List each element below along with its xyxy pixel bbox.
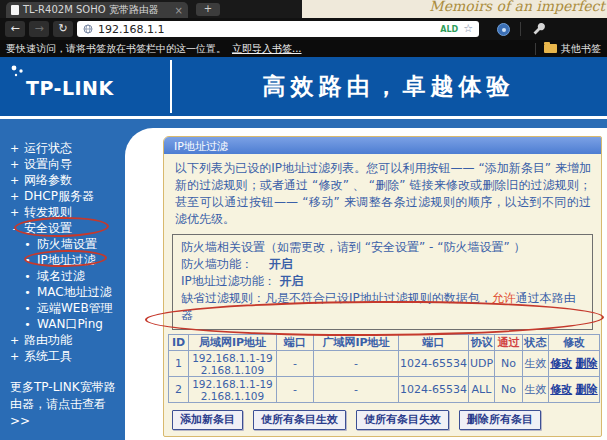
rule-lan-port: -	[277, 351, 314, 377]
firewall-settings-box: 防火墙相关设置（如需更改，请到 “安全设置” - “防火墙设置” ） 防火墙功能…	[172, 234, 593, 330]
sidebar-item-label: WAN口Ping	[37, 316, 103, 333]
bullet-icon: •	[23, 302, 32, 315]
expand-icon: +	[10, 158, 19, 171]
col-lan-ip: 局域网IP地址	[189, 335, 277, 351]
sidebar-item-security-settings[interactable]: -安全设置	[10, 220, 125, 236]
delete-all-button[interactable]: 删除所有条目	[459, 410, 541, 430]
extension-icon[interactable]	[497, 23, 510, 36]
firewall-status-label: 防火墙功能：	[181, 256, 265, 273]
default-rule-highlight: 允许	[492, 291, 516, 305]
page-icon	[11, 5, 19, 15]
table-header-row: ID 局域网IP地址 端口 广域网IP地址 端口 协议 通过 状态 修改	[169, 335, 600, 351]
default-rule-row: 缺省过滤规则：凡是不符合已设IP地址过滤规则的数据包，允许通过本路由器	[181, 290, 584, 324]
sidebar-item-label: 域名过滤	[37, 268, 85, 285]
sidebar-item-label: 路由功能	[24, 332, 72, 349]
browser-tab-strip: Memoirs of an imperfect TL-R402M SOHO 宽带…	[0, 0, 607, 18]
other-bookmarks-button[interactable]: 其他书签	[561, 42, 601, 56]
rule-wan-ip: -	[314, 377, 399, 403]
ip-filter-status-row: IP地址过滤功能： 开启	[181, 273, 584, 290]
firewall-box-title: 防火墙相关设置（如需更改，请到 “安全设置” - “防火墙设置” ）	[181, 239, 584, 256]
ip-filter-status-label: IP地址过滤功能：	[181, 273, 276, 290]
tplink-logo-text: TP-LINK	[26, 77, 114, 99]
sidebar-item-wan-ping[interactable]: •WAN口Ping	[10, 316, 125, 332]
sidebar-item-ip-filter[interactable]: •IP地址过滤	[10, 252, 125, 268]
sidebar-item-running-status[interactable]: +运行状态	[10, 140, 125, 156]
rule-id: 1	[169, 351, 189, 377]
expand-icon: +	[10, 142, 19, 155]
header-slogan: 高效路由，卓越体验	[170, 57, 607, 116]
col-pass: 通过	[495, 335, 523, 351]
col-wan-ip: 广域网IP地址	[314, 335, 399, 351]
delete-link[interactable]: 删除	[576, 383, 598, 396]
sidebar-item-routing[interactable]: +路由功能	[10, 332, 125, 348]
rule-protocol: UDP	[469, 351, 495, 377]
edit-link[interactable]: 修改	[550, 357, 572, 370]
rule-lan-port: -	[277, 377, 314, 403]
sidebar-item-network-params[interactable]: +网络参数	[10, 172, 125, 188]
more-routers-link[interactable]: 更多TP-LINK宽带路由器，请点击查看 >>	[10, 379, 120, 430]
col-protocol: 协议	[469, 335, 495, 351]
edit-link[interactable]: 修改	[550, 383, 572, 396]
rule-pass: No	[495, 377, 523, 403]
expand-icon: +	[10, 206, 19, 219]
bookmarks-bar: 要快速访问，请将书签放在书签栏中的这一位置。 立即导入书签... 其他书签	[0, 40, 607, 57]
sidebar-item-label: 设置向导	[24, 156, 72, 173]
sidebar-item-domain-filter[interactable]: •域名过滤	[10, 268, 125, 284]
sidebar-item-firewall-settings[interactable]: •防火墙设置	[10, 236, 125, 252]
delete-link[interactable]: 删除	[576, 357, 598, 370]
bookmark-star-icon[interactable]: ☆	[463, 24, 473, 34]
enable-all-button[interactable]: 使所有条目生效	[253, 410, 346, 430]
filter-rules-table: ID 局域网IP地址 端口 广域网IP地址 端口 协议 通过 状态 修改 1 1…	[168, 334, 600, 403]
sidebar-item-label: 运行状态	[24, 140, 72, 157]
screen: Memoirs of an imperfect TL-R402M SOHO 宽带…	[0, 0, 607, 440]
forward-button[interactable]: →	[29, 21, 49, 37]
wrench-menu-icon[interactable]	[531, 21, 547, 37]
url-text[interactable]: 192.168.1.1	[98, 23, 435, 36]
expand-icon: +	[10, 350, 19, 363]
back-button[interactable]: ←	[5, 21, 25, 37]
rule-protocol: ALL	[469, 377, 495, 403]
sidebar-item-remote-web[interactable]: •远端WEB管理	[10, 300, 125, 316]
col-modify: 修改	[549, 335, 600, 351]
expand-icon: +	[10, 334, 19, 347]
sidebar-item-dhcp-server[interactable]: +DHCP服务器	[10, 188, 125, 204]
bullet-icon: •	[23, 270, 32, 283]
expand-icon: +	[10, 174, 19, 187]
rule-wan-ip: -	[314, 351, 399, 377]
bookmarks-hint: 要快速访问，请将书签放在书签栏中的这一位置。	[6, 42, 226, 56]
tab-close-icon[interactable]: ×	[175, 5, 183, 16]
address-bar[interactable]: 192.168.1.1 ALD ☆	[77, 21, 479, 37]
rule-status: 生效	[523, 377, 549, 403]
folder-icon	[544, 44, 557, 53]
browser-tab[interactable]: TL-R402M SOHO 宽带路由器 ×	[6, 2, 188, 18]
sidebar-item-mac-filter[interactable]: •MAC地址过滤	[10, 284, 125, 300]
ip-filter-status-value: 开启	[280, 274, 304, 288]
sidebar-item-setup-wizard[interactable]: +设置向导	[10, 156, 125, 172]
bullet-icon: •	[23, 238, 32, 251]
sidebar-item-label: 网络参数	[24, 172, 72, 189]
desktop-wallpaper-text: Memoirs of an imperfect	[429, 0, 605, 14]
sidebar-item-system-tools[interactable]: +系统工具	[10, 348, 125, 364]
bullet-icon: •	[23, 286, 32, 299]
new-tab-button[interactable]: +	[196, 3, 220, 16]
bullet-icon: •	[23, 254, 32, 267]
disable-all-button[interactable]: 使所有条目失效	[356, 410, 449, 430]
rule-lan-ip: 192.168.1.1-192.168.1.109	[189, 351, 277, 377]
browser-toolbar: ← → ↻ 192.168.1.1 ALD ☆	[0, 18, 607, 40]
import-bookmarks-link[interactable]: 立即导入书签...	[232, 42, 302, 56]
main-panel: IP地址过滤 以下列表为已设的IP地址过滤列表。您可以利用按钮—— “添加新条目…	[163, 136, 602, 437]
sidebar-item-label: 防火墙设置	[37, 236, 97, 253]
sidebar-item-forwarding-rules[interactable]: +转发规则	[10, 204, 125, 220]
rule-status: 生效	[523, 351, 549, 377]
firewall-status-value: 开启	[269, 257, 293, 271]
default-rule-prefix: 凡是不符合已设IP地址过滤规则的数据包，	[265, 291, 492, 305]
rule-id: 2	[169, 377, 189, 403]
table-row: 2 192.168.1.1-192.168.1.109 - - 1024-655…	[169, 377, 600, 403]
bookmarks-separator	[535, 43, 536, 55]
reload-button[interactable]: ↻	[53, 21, 73, 37]
sidebar-item-label: 系统工具	[24, 348, 72, 365]
ald-extension-badge[interactable]: ALD	[440, 25, 458, 34]
rule-wan-port: 1024-65534	[399, 351, 469, 377]
page-title: IP地址过滤	[164, 137, 601, 154]
add-entry-button[interactable]: 添加新条目	[172, 410, 243, 430]
